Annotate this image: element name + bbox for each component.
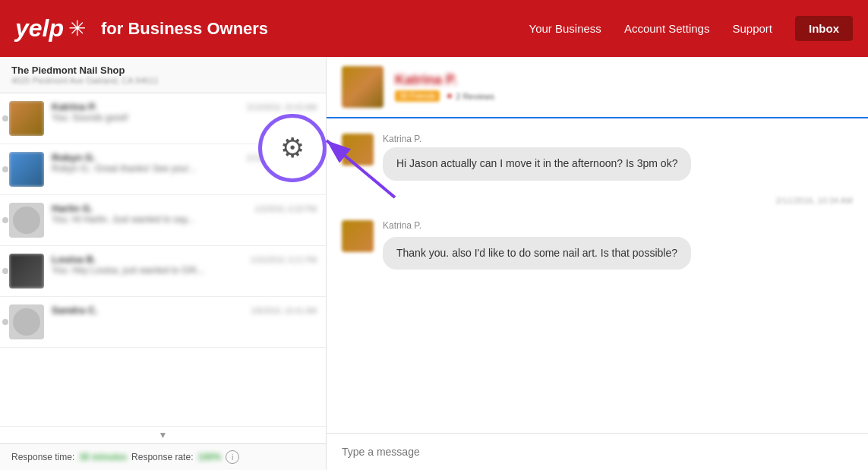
nav-inbox[interactable]: Inbox [795,16,853,41]
sidebar: The Piedmont Nail Shop 4025 Piedmont Ave… [0,57,327,470]
response-time-label: Response time: [11,452,74,462]
yelp-logo: yelp ✳ [15,14,86,43]
chat-user-name: Katrina P. [395,72,853,88]
message-time: 1/8/2016, 10:41 AM [251,307,317,315]
message-bubble: Thank you. also I'd like to do some nail… [383,237,691,270]
reviews-badge: ★ 2 Reviews [446,91,494,101]
nav-your-business[interactable]: Your Business [529,22,601,35]
message-preview: You: Hi Harlin. Just wanted to say... [52,214,317,225]
message-time: 1/15/2016, 5:21 PM [251,256,317,264]
unread-indicator [2,319,8,325]
chat-panel: Katrina P. 30 Friends ★ 2 Reviews Katrin… [327,57,868,470]
avatar [9,254,44,289]
list-item[interactable]: Sandra C. 1/8/2016, 10:41 AM [0,297,326,348]
nav-support[interactable]: Support [732,22,772,35]
chat-header: Katrina P. 30 Friends ★ 2 Reviews [327,57,868,118]
yelp-burst-icon: ✳ [68,16,86,41]
message-bubble: Hi Jason actually can I move it in the a… [383,147,691,181]
header: yelp ✳ for Business Owners Your Business… [0,0,868,57]
message-sender: Robyn G. [52,152,96,163]
business-info-bar: The Piedmont Nail Shop 4025 Piedmont Ave… [0,57,326,93]
unread-indicator [2,217,8,223]
business-name: The Piedmont Nail Shop [11,65,314,76]
unread-indicator [2,268,8,274]
main-content: The Piedmont Nail Shop 4025 Piedmont Ave… [0,57,868,470]
message-content: Sandra C. 1/8/2016, 10:41 AM [52,304,317,316]
yelp-icon: ★ [446,91,453,101]
message-group: Katrina P. Hi Jason actually can I move … [342,134,853,181]
message-sender: Harlin G. [52,203,93,214]
message-content: Louisa B. 1/15/2016, 5:21 PM You: Hey Lo… [52,254,317,276]
response-rate-label: Response rate: [131,452,193,462]
gear-settings-button[interactable]: ⚙ [258,114,327,182]
chat-user-info: Katrina P. 30 Friends ★ 2 Reviews [395,72,853,102]
message-sender: Sandra C. [52,304,98,316]
chat-user-avatar [342,66,383,108]
message-header: Harlin G. 1/3/2016, 6:20 PM [52,203,317,214]
gear-icon: ⚙ [280,132,305,164]
message-header: Katrina P. 2/13/2016, 10:43 AM [52,101,317,112]
info-icon[interactable]: i [226,450,239,464]
message-timestamp: 2/11/2016, 10:34 AM [342,196,853,205]
avatar [9,101,44,136]
avatar [9,152,44,187]
chat-user-meta: 30 Friends ★ 2 Reviews [395,90,853,102]
avatar [9,203,44,238]
unread-indicator [2,166,8,172]
nav-account-settings[interactable]: Account Settings [624,22,710,35]
scroll-down-indicator: ▼ [0,426,326,443]
message-sender-name: Katrina P. [383,134,691,144]
yelp-text: yelp [15,14,64,43]
message-header: Sandra C. 1/8/2016, 10:41 AM [52,304,317,316]
message-time: 1/3/2016, 6:20 PM [254,205,317,213]
message-group: Katrina P. Thank you. also I'd like to d… [342,220,853,270]
message-bubble-wrap: Katrina P. Hi Jason actually can I move … [383,134,691,181]
message-header: Louisa B. 1/15/2016, 5:21 PM [52,254,317,265]
list-item[interactable]: Harlin G. 1/3/2016, 6:20 PM You: Hi Harl… [0,195,326,246]
list-item[interactable]: Louisa B. 1/15/2016, 5:21 PM You: Hey Lo… [0,246,326,297]
message-input-area [327,433,868,470]
header-nav: Your Business Account Settings Support I… [529,16,853,41]
message-avatar [342,220,374,252]
response-rate-value: 100% [197,452,221,462]
avatar [9,304,44,339]
message-sender: Katrina P. [52,101,96,112]
message-bubble-wrap: Katrina P. Thank you. also I'd like to d… [383,220,691,270]
message-sender-name: Katrina P. [383,220,691,231]
page-title: for Business Owners [101,19,268,39]
business-address: 4025 Piedmont Ave Oakland, CA 94611 [11,76,314,85]
message-time: 2/13/2016, 10:43 AM [247,103,317,112]
reviews-count: 2 Reviews [456,92,494,101]
response-bar: Response time: 30 minutes Response rate:… [0,443,326,470]
chat-messages: Katrina P. Hi Jason actually can I move … [327,118,868,433]
message-sender: Louisa B. [52,254,96,265]
message-avatar [342,134,374,166]
response-time-value: 30 minutes [79,452,127,462]
message-content: Harlin G. 1/3/2016, 6:20 PM You: Hi Harl… [52,203,317,225]
friends-badge: 30 Friends [395,90,440,102]
message-preview: You: Hey Louisa, just wanted to O/K... [52,265,317,276]
message-input[interactable] [342,446,853,458]
unread-indicator [2,115,8,121]
